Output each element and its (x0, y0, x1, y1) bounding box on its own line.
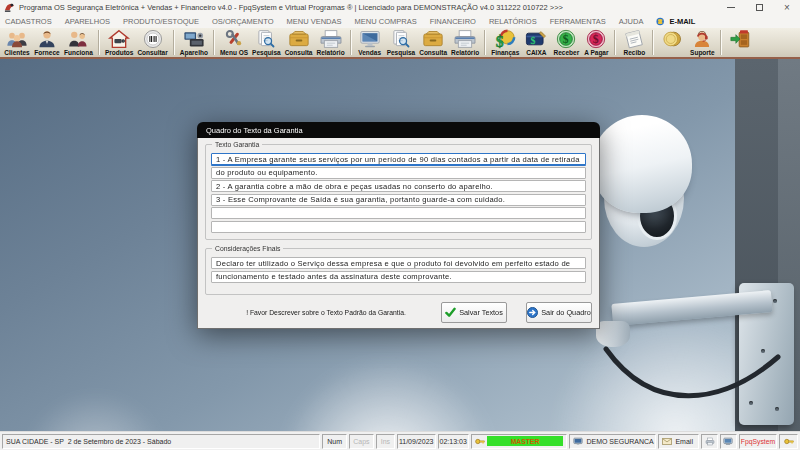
toolbar-separator (720, 30, 722, 55)
toolbar-button-label: Consultar (137, 49, 167, 56)
toolbar-button-fornece[interactable]: Fornece (32, 28, 62, 57)
status-numlock: Num (322, 434, 346, 449)
menu-item-financeiro[interactable]: FINANCEIRO (430, 17, 476, 26)
menu-item-cadastros[interactable]: CADASTROS (5, 17, 52, 26)
toolbar-button-label: Pesquisa (252, 49, 281, 56)
svg-text:$: $ (563, 33, 569, 46)
camera-hood (592, 115, 692, 213)
garantia-line-4-input[interactable] (211, 194, 586, 206)
garantia-line-6-input[interactable] (211, 221, 586, 233)
toolbar-button-suporte[interactable]: Suporte (687, 28, 717, 57)
menu-item-menu-vendas[interactable]: MENU VENDAS (287, 17, 342, 26)
garantia-line-2-input[interactable] (211, 167, 586, 179)
menu-item-email[interactable]: E-MAIL (656, 17, 695, 26)
toolbar-separator (173, 30, 175, 55)
toolbar-button-pesquisa-os[interactable]: Pesquisa (250, 28, 283, 57)
status-monitor[interactable] (720, 434, 737, 449)
toolbar-button-label: A Pagar (584, 49, 608, 56)
status-printer[interactable] (701, 434, 718, 449)
toolbar-button-label: Fornece (34, 49, 59, 56)
toolbar-button-relatorio-os[interactable]: Relatório (314, 28, 346, 57)
finance-icon: $ (492, 29, 518, 49)
dialog-title-bar[interactable]: Quadro do Texto da Garantia (197, 122, 600, 138)
status-bar: SUA CIDADE - SP 2 de Setembro de 2023 - … (0, 431, 800, 450)
status-insert: Ins (376, 434, 395, 449)
svg-text:$: $ (496, 33, 504, 50)
exit-dialog-button[interactable]: Sair do Quadro (526, 302, 592, 323)
status-user-badge: MASTER (487, 436, 564, 446)
toolbar-button-label: Aparelho (180, 49, 208, 56)
toolbar-button-caixa[interactable]: $ CAIXA (521, 28, 551, 57)
printer-icon (318, 29, 344, 49)
menu-item-menu-compras[interactable]: MENU COMPRAS (355, 17, 417, 26)
toolbar-button-consulta-vendas[interactable]: Consulta (417, 28, 449, 57)
toolbar-button-label: Funciona (64, 49, 93, 56)
app-window: Programa OS Segurança Eletrônica + Venda… (0, 0, 800, 450)
toolbar-button-moeda[interactable] (657, 28, 687, 57)
drawer-icon (420, 29, 446, 49)
toolbar-separator (213, 30, 215, 55)
status-brand: FpqSystem (739, 434, 778, 449)
monitor-icon (357, 29, 383, 49)
toolbar-button-financas[interactable]: $ Finanças (489, 28, 521, 57)
search-doc-icon (388, 29, 414, 49)
toolbar-button-label: Consulta (285, 49, 313, 56)
camera-neck (599, 240, 627, 332)
toolbar-button-a-pagar[interactable]: $ A Pagar (581, 28, 611, 57)
status-capslock: Caps (349, 434, 374, 449)
garantia-line-1-input[interactable] (211, 153, 586, 165)
menu-item-ferramentas[interactable]: FERRAMENTAS (550, 17, 606, 26)
toolbar-button-label: CAIXA (526, 49, 546, 56)
toolbar-button-pesquisa-vendas[interactable]: Pesquisa (385, 28, 418, 57)
toolbar-button-label: Produtos (105, 49, 134, 56)
coin-icon (659, 29, 685, 49)
status-location: SUA CIDADE - SP 2 de Setembro de 2023 - … (2, 434, 320, 449)
consideracoes-finais-group: Considerações Finais (205, 248, 592, 295)
toolbar-separator (614, 30, 616, 55)
bokeh-glow (20, 389, 170, 431)
toolbar-button-recibo[interactable]: Recibo (619, 28, 649, 57)
finais-line-2-input[interactable] (211, 271, 586, 283)
menu-item-produto-estoque[interactable]: PRODUTO/ESTOQUE (123, 17, 199, 26)
garantia-dialog: Quadro do Texto da Garantia Texto Garant… (197, 122, 600, 329)
toolbar-button-receber[interactable]: $ Receber (551, 28, 581, 57)
toolbar-button-vendas[interactable]: Vendas (355, 28, 385, 57)
texto-garantia-label: Texto Garantia (212, 140, 262, 149)
support-icon (689, 29, 715, 49)
menu-item-aparelhos[interactable]: APARELHOS (65, 17, 110, 26)
toolbar-button-aparelho[interactable]: Aparelho (178, 28, 210, 57)
drawer-icon (286, 29, 312, 49)
status-email[interactable]: Email (658, 434, 699, 449)
toolbar-button-consulta-os[interactable]: Consulta (283, 28, 315, 57)
toolbar-button-clientes[interactable]: Clientes (2, 28, 32, 57)
finais-line-1-input[interactable] (211, 257, 586, 269)
toolbar-button-relatorio-vendas[interactable]: Relatório (449, 28, 481, 57)
close-button[interactable]: × (782, 3, 792, 13)
minimize-button[interactable] (726, 3, 736, 13)
computer-icon (573, 437, 583, 446)
arrow-circle-icon (527, 307, 538, 318)
toolbar-button-label: Clientes (4, 49, 29, 56)
monitor-icon (723, 437, 733, 446)
toolbar: Clientes Fornece Funciona Pro (0, 28, 800, 59)
products-house-icon (106, 29, 132, 49)
printer-icon (452, 29, 478, 49)
app-icon (4, 2, 15, 13)
employees-icon (65, 29, 91, 49)
menu-item-os-orcamento[interactable]: OS/ORÇAMENTO (212, 17, 274, 26)
save-texts-button[interactable]: Salvar Textos (441, 302, 507, 323)
toolbar-button-sair[interactable] (725, 28, 755, 57)
toolbar-button-funciona[interactable]: Funciona (62, 28, 95, 57)
garantia-line-3-input[interactable] (211, 180, 586, 192)
garantia-line-5-input[interactable] (211, 207, 586, 219)
toolbar-separator (350, 30, 352, 55)
menu-item-relatorios[interactable]: RELATÓRIOS (489, 17, 537, 26)
toolbar-button-consultar[interactable]: Consultar (135, 28, 169, 57)
menu-item-ajuda[interactable]: AJUDA (619, 17, 644, 26)
toolbar-button-produtos[interactable]: Produtos (103, 28, 136, 57)
menu-bar: CADASTROS APARELHOS PRODUTO/ESTOQUE OS/O… (0, 15, 800, 28)
maximize-button[interactable] (754, 3, 764, 13)
key-icon (475, 437, 485, 446)
toolbar-button-menu-os[interactable]: Menu OS (218, 28, 250, 57)
toolbar-button-label: Suporte (690, 49, 715, 56)
